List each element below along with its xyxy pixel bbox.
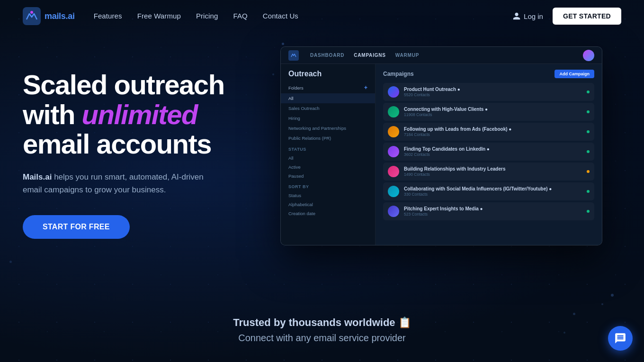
user-icon — [512, 12, 521, 20]
status-section-label: Status — [281, 147, 375, 152]
nav-links: Features Free Warmup Pricing FAQ Contact… — [94, 12, 298, 20]
hero-title-line3: email accounts — [23, 128, 211, 159]
campaigns-header: Campaigns Add Campaign — [383, 70, 594, 78]
nav-link-free-warmup[interactable]: Free Warmup — [137, 12, 181, 20]
get-started-button[interactable]: GET STARTED — [553, 8, 621, 25]
app-mockup: DASHBOARD CAMPAIGNS WARMUP Outreach Fold… — [280, 46, 602, 245]
campaign-item[interactable]: Following up with Leads from Ads (Facebo… — [383, 123, 594, 141]
nav-link-faq[interactable]: FAQ — [233, 12, 247, 20]
app-topbar: DASHBOARD CAMPAIGNS WARMUP — [281, 47, 602, 64]
app-sidebar-title: Outreach — [281, 70, 375, 82]
app-sidebar: Outreach Folders + All Sales Outreach Hi… — [281, 64, 376, 245]
campaign-name: Pitching Expert Insights to Media ● — [404, 206, 582, 211]
trusted-subtitle: Connect with any email service provider — [23, 333, 621, 344]
campaign-item[interactable]: Pitching Expert Insights to Media ● 523 … — [383, 202, 594, 220]
campaign-avatar — [388, 126, 399, 137]
hero-title-line1: Scaled outreach — [23, 69, 224, 100]
logo-link[interactable]: mails.ai — [23, 7, 75, 25]
logo-icon — [23, 7, 41, 25]
campaign-status-indicator — [587, 110, 590, 113]
campaign-avatar — [388, 106, 399, 118]
campaign-avatar — [388, 146, 399, 157]
add-folder-icon[interactable]: + — [364, 84, 367, 91]
folder-all[interactable]: All — [281, 93, 375, 103]
campaign-avatar — [388, 186, 399, 197]
login-label: Log in — [524, 12, 543, 20]
campaign-contacts: 5520 Contacts — [404, 92, 582, 97]
app-tab-dashboard[interactable]: DASHBOARD — [310, 53, 344, 58]
hero-section: Scaled outreach with unlimited email acc… — [0, 32, 644, 298]
status-paused[interactable]: Paused — [281, 172, 375, 181]
sort-section-label: Sort By — [281, 184, 375, 189]
folder-pr[interactable]: Public Relations (PR) — [281, 133, 375, 143]
hero-title-highlight: unlimited — [82, 99, 197, 130]
campaign-name: Following up with Leads from Ads (Facebo… — [404, 127, 582, 132]
nav-link-contact[interactable]: Contact Us — [263, 12, 298, 20]
campaign-status-indicator — [587, 210, 590, 213]
trusted-section: Trusted by thousands worldwide 📋 Connect… — [0, 298, 644, 358]
campaign-item[interactable]: Finding Top Candidates on LinkedIn ● 360… — [383, 143, 594, 161]
campaign-contacts: 11908 Contacts — [404, 112, 582, 117]
nav-link-features[interactable]: Features — [94, 12, 122, 20]
svg-point-1 — [30, 11, 33, 14]
status-active[interactable]: Active — [281, 163, 375, 172]
campaign-status-indicator — [587, 90, 590, 93]
app-tab-campaigns[interactable]: CAMPAIGNS — [354, 53, 386, 58]
status-all[interactable]: All — [281, 154, 375, 163]
hero-title-line2: with unlimited — [23, 99, 197, 130]
app-campaigns-panel: Campaigns Add Campaign Product Hunt Outr… — [376, 64, 602, 245]
campaign-info: Product Hunt Outreach ● 5520 Contacts — [404, 87, 582, 97]
campaign-avatar — [388, 206, 399, 217]
login-link[interactable]: Log in — [512, 12, 543, 20]
campaign-info: Building Relationships with Industry Lea… — [404, 166, 582, 177]
nav-left: mails.ai Features Free Warmup Pricing FA… — [23, 7, 298, 25]
app-logo-small — [288, 50, 299, 61]
campaign-item[interactable]: Connecting with High-Value Clients ● 119… — [383, 103, 594, 121]
campaign-item[interactable]: Collaborating with Social Media Influenc… — [383, 182, 594, 200]
navbar: mails.ai Features Free Warmup Pricing FA… — [0, 0, 644, 32]
campaign-contacts: 523 Contacts — [404, 212, 582, 217]
folder-hiring[interactable]: Hiring — [281, 113, 375, 123]
app-tab-warmup[interactable]: WARMUP — [395, 53, 419, 58]
campaign-info: Finding Top Candidates on LinkedIn ● 360… — [404, 146, 582, 157]
chat-icon — [614, 332, 626, 344]
campaign-contacts: 3602 Contacts — [404, 152, 582, 157]
campaign-item[interactable]: Product Hunt Outreach ● 5520 Contacts — [383, 83, 594, 101]
campaign-name: Product Hunt Outreach ● — [404, 87, 582, 92]
trusted-title: Trusted by thousands worldwide 📋 — [23, 317, 621, 329]
campaign-name: Finding Top Candidates on LinkedIn ● — [404, 146, 582, 152]
hero-subtitle: Mails.ai helps you run smart, automated,… — [23, 171, 212, 196]
hero-right: DASHBOARD CAMPAIGNS WARMUP Outreach Fold… — [280, 46, 621, 245]
campaign-status-indicator — [587, 190, 590, 193]
hero-left: Scaled outreach with unlimited email acc… — [23, 51, 224, 239]
add-campaign-button[interactable]: Add Campaign — [555, 70, 594, 78]
nav-right: Log in GET STARTED — [512, 8, 621, 25]
campaigns-panel-title: Campaigns — [383, 71, 414, 77]
campaign-status-indicator — [587, 170, 590, 173]
campaign-avatar — [388, 86, 399, 98]
hero-title: Scaled outreach with unlimited email acc… — [23, 70, 224, 159]
logo-text: mails.ai — [45, 11, 75, 21]
folder-sales[interactable]: Sales Outreach — [281, 103, 375, 113]
campaign-contacts: 1490 Contacts — [404, 172, 582, 177]
folder-networking[interactable]: Networking and Partnerships — [281, 123, 375, 133]
campaign-name: Connecting with High-Value Clients ● — [404, 107, 582, 112]
campaign-avatar — [388, 166, 399, 177]
app-content: Outreach Folders + All Sales Outreach Hi… — [281, 64, 602, 245]
campaign-status-indicator — [587, 130, 590, 133]
campaign-name: Building Relationships with Industry Lea… — [404, 166, 582, 172]
sort-creation[interactable]: Creation date — [281, 209, 375, 218]
campaign-name: Collaborating with Social Media Influenc… — [404, 186, 582, 191]
campaign-info: Collaborating with Social Media Influenc… — [404, 186, 582, 197]
campaign-info: Following up with Leads from Ads (Facebo… — [404, 127, 582, 137]
app-nav-tabs: DASHBOARD CAMPAIGNS WARMUP — [310, 53, 419, 58]
start-free-button[interactable]: START FOR FREE — [23, 215, 130, 239]
sort-status[interactable]: Status — [281, 191, 375, 200]
campaign-item[interactable]: Building Relationships with Industry Lea… — [383, 163, 594, 181]
chat-bubble-button[interactable] — [608, 326, 633, 351]
sort-alphabetical[interactable]: Alphabetical — [281, 200, 375, 209]
campaign-info: Connecting with High-Value Clients ● 119… — [404, 107, 582, 117]
campaign-info: Pitching Expert Insights to Media ● 523 … — [404, 206, 582, 217]
campaign-contacts: 7184 Contacts — [404, 132, 582, 137]
nav-link-pricing[interactable]: Pricing — [196, 12, 218, 20]
